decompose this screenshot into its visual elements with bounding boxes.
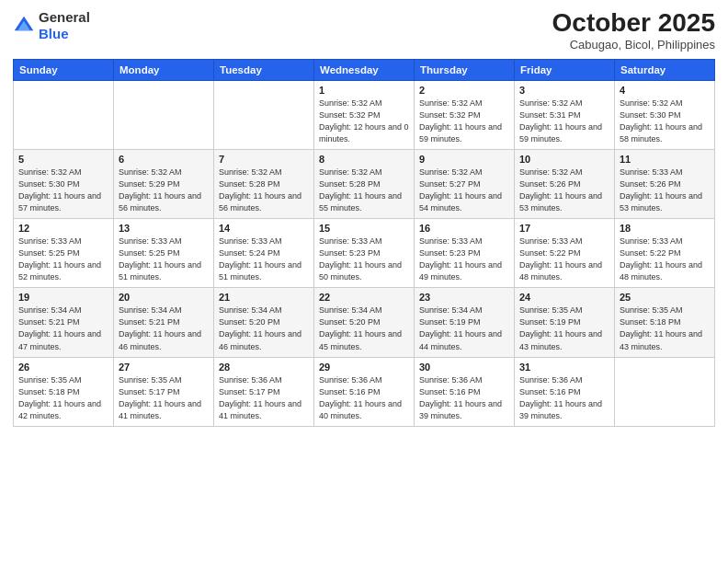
day-number: 19	[18, 292, 108, 303]
day-info: Sunrise: 5:34 AM Sunset: 5:21 PM Dayligh…	[18, 304, 108, 352]
table-row: 25Sunrise: 5:35 AM Sunset: 5:18 PM Dayli…	[615, 288, 715, 357]
day-number: 7	[219, 154, 309, 165]
table-row: 30Sunrise: 5:36 AM Sunset: 5:16 PM Dayli…	[415, 357, 515, 426]
table-row	[615, 357, 715, 426]
day-number: 23	[419, 292, 509, 303]
day-info: Sunrise: 5:34 AM Sunset: 5:19 PM Dayligh…	[419, 304, 509, 352]
day-number: 21	[219, 292, 309, 303]
table-row: 5Sunrise: 5:32 AM Sunset: 5:30 PM Daylig…	[14, 149, 114, 218]
month-title: October 2025	[552, 9, 715, 38]
table-row: 16Sunrise: 5:33 AM Sunset: 5:23 PM Dayli…	[415, 219, 515, 288]
day-info: Sunrise: 5:34 AM Sunset: 5:20 PM Dayligh…	[219, 304, 309, 352]
day-info: Sunrise: 5:32 AM Sunset: 5:29 PM Dayligh…	[119, 167, 209, 214]
day-number: 22	[319, 292, 409, 303]
calendar-week-row: 5Sunrise: 5:32 AM Sunset: 5:30 PM Daylig…	[14, 149, 715, 218]
page-container: General Blue October 2025 Cabugao, Bicol…	[0, 0, 728, 563]
table-row: 22Sunrise: 5:34 AM Sunset: 5:20 PM Dayli…	[314, 288, 415, 357]
table-row: 8Sunrise: 5:32 AM Sunset: 5:28 PM Daylig…	[314, 149, 415, 218]
table-row: 9Sunrise: 5:32 AM Sunset: 5:27 PM Daylig…	[415, 149, 515, 218]
day-info: Sunrise: 5:32 AM Sunset: 5:30 PM Dayligh…	[620, 98, 710, 145]
day-info: Sunrise: 5:33 AM Sunset: 5:26 PM Dayligh…	[620, 167, 710, 214]
day-number: 15	[319, 223, 409, 234]
calendar-table: Sunday Monday Tuesday Wednesday Thursday…	[13, 59, 715, 427]
day-info: Sunrise: 5:32 AM Sunset: 5:31 PM Dayligh…	[519, 98, 609, 145]
calendar-week-row: 19Sunrise: 5:34 AM Sunset: 5:21 PM Dayli…	[14, 288, 715, 357]
logo-general-text: General	[39, 9, 90, 25]
day-info: Sunrise: 5:32 AM Sunset: 5:32 PM Dayligh…	[319, 98, 409, 145]
calendar-week-row: 1Sunrise: 5:32 AM Sunset: 5:32 PM Daylig…	[14, 80, 715, 149]
table-row: 3Sunrise: 5:32 AM Sunset: 5:31 PM Daylig…	[515, 80, 615, 149]
day-number: 12	[18, 223, 108, 234]
header-thursday: Thursday	[415, 59, 515, 80]
day-number: 3	[519, 85, 609, 96]
day-number: 4	[620, 85, 710, 96]
day-info: Sunrise: 5:32 AM Sunset: 5:30 PM Dayligh…	[18, 167, 108, 214]
day-info: Sunrise: 5:33 AM Sunset: 5:25 PM Dayligh…	[18, 236, 108, 283]
day-number: 11	[620, 154, 710, 165]
day-info: Sunrise: 5:35 AM Sunset: 5:18 PM Dayligh…	[620, 304, 710, 352]
calendar-week-row: 12Sunrise: 5:33 AM Sunset: 5:25 PM Dayli…	[14, 219, 715, 288]
table-row: 29Sunrise: 5:36 AM Sunset: 5:16 PM Dayli…	[314, 357, 415, 426]
day-number: 28	[219, 362, 309, 373]
day-number: 5	[18, 154, 108, 165]
day-number: 25	[620, 292, 710, 303]
table-row: 14Sunrise: 5:33 AM Sunset: 5:24 PM Dayli…	[214, 219, 314, 288]
day-number: 6	[119, 154, 209, 165]
day-number: 31	[519, 362, 609, 373]
day-number: 17	[519, 223, 609, 234]
day-info: Sunrise: 5:32 AM Sunset: 5:27 PM Dayligh…	[419, 167, 509, 214]
day-info: Sunrise: 5:36 AM Sunset: 5:16 PM Dayligh…	[519, 374, 609, 422]
table-row: 23Sunrise: 5:34 AM Sunset: 5:19 PM Dayli…	[415, 288, 515, 357]
calendar-week-row: 26Sunrise: 5:35 AM Sunset: 5:18 PM Dayli…	[14, 357, 715, 426]
day-number: 13	[119, 223, 209, 234]
day-number: 9	[419, 154, 509, 165]
header-sunday: Sunday	[14, 59, 114, 80]
header-monday: Monday	[114, 59, 214, 80]
day-number: 26	[18, 362, 108, 373]
table-row: 7Sunrise: 5:32 AM Sunset: 5:28 PM Daylig…	[214, 149, 314, 218]
table-row: 17Sunrise: 5:33 AM Sunset: 5:22 PM Dayli…	[515, 219, 615, 288]
logo-blue-text: Blue	[39, 26, 69, 41]
table-row: 13Sunrise: 5:33 AM Sunset: 5:25 PM Dayli…	[114, 219, 214, 288]
day-number: 10	[519, 154, 609, 165]
day-number: 18	[620, 223, 710, 234]
day-number: 30	[419, 362, 509, 373]
table-row: 27Sunrise: 5:35 AM Sunset: 5:17 PM Dayli…	[114, 357, 214, 426]
day-number: 2	[419, 85, 509, 96]
day-info: Sunrise: 5:36 AM Sunset: 5:16 PM Dayligh…	[419, 374, 509, 422]
day-info: Sunrise: 5:33 AM Sunset: 5:22 PM Dayligh…	[519, 236, 609, 283]
day-info: Sunrise: 5:33 AM Sunset: 5:23 PM Dayligh…	[419, 236, 509, 283]
table-row	[14, 80, 114, 149]
table-row: 26Sunrise: 5:35 AM Sunset: 5:18 PM Dayli…	[14, 357, 114, 426]
table-row: 19Sunrise: 5:34 AM Sunset: 5:21 PM Dayli…	[14, 288, 114, 357]
table-row	[114, 80, 214, 149]
day-info: Sunrise: 5:34 AM Sunset: 5:20 PM Dayligh…	[319, 304, 409, 352]
location: Cabugao, Bicol, Philippines	[552, 38, 715, 52]
day-info: Sunrise: 5:36 AM Sunset: 5:17 PM Dayligh…	[219, 374, 309, 422]
table-row: 24Sunrise: 5:35 AM Sunset: 5:19 PM Dayli…	[515, 288, 615, 357]
day-info: Sunrise: 5:32 AM Sunset: 5:28 PM Dayligh…	[319, 167, 409, 214]
table-row: 31Sunrise: 5:36 AM Sunset: 5:16 PM Dayli…	[515, 357, 615, 426]
day-number: 29	[319, 362, 409, 373]
table-row	[214, 80, 314, 149]
day-info: Sunrise: 5:35 AM Sunset: 5:19 PM Dayligh…	[519, 304, 609, 352]
day-info: Sunrise: 5:33 AM Sunset: 5:25 PM Dayligh…	[119, 236, 209, 283]
table-row: 18Sunrise: 5:33 AM Sunset: 5:22 PM Dayli…	[615, 219, 715, 288]
logo: General Blue	[13, 9, 90, 42]
title-block: October 2025 Cabugao, Bicol, Philippines	[552, 9, 715, 52]
day-number: 27	[119, 362, 209, 373]
day-info: Sunrise: 5:35 AM Sunset: 5:17 PM Dayligh…	[119, 374, 209, 422]
header: General Blue October 2025 Cabugao, Bicol…	[13, 9, 715, 52]
day-info: Sunrise: 5:35 AM Sunset: 5:18 PM Dayligh…	[18, 374, 108, 422]
table-row: 4Sunrise: 5:32 AM Sunset: 5:30 PM Daylig…	[615, 80, 715, 149]
table-row: 2Sunrise: 5:32 AM Sunset: 5:32 PM Daylig…	[415, 80, 515, 149]
day-number: 1	[319, 85, 409, 96]
day-info: Sunrise: 5:33 AM Sunset: 5:24 PM Dayligh…	[219, 236, 309, 283]
day-number: 16	[419, 223, 509, 234]
header-saturday: Saturday	[615, 59, 715, 80]
day-number: 14	[219, 223, 309, 234]
table-row: 12Sunrise: 5:33 AM Sunset: 5:25 PM Dayli…	[14, 219, 114, 288]
table-row: 10Sunrise: 5:32 AM Sunset: 5:26 PM Dayli…	[515, 149, 615, 218]
table-row: 28Sunrise: 5:36 AM Sunset: 5:17 PM Dayli…	[214, 357, 314, 426]
day-info: Sunrise: 5:36 AM Sunset: 5:16 PM Dayligh…	[319, 374, 409, 422]
